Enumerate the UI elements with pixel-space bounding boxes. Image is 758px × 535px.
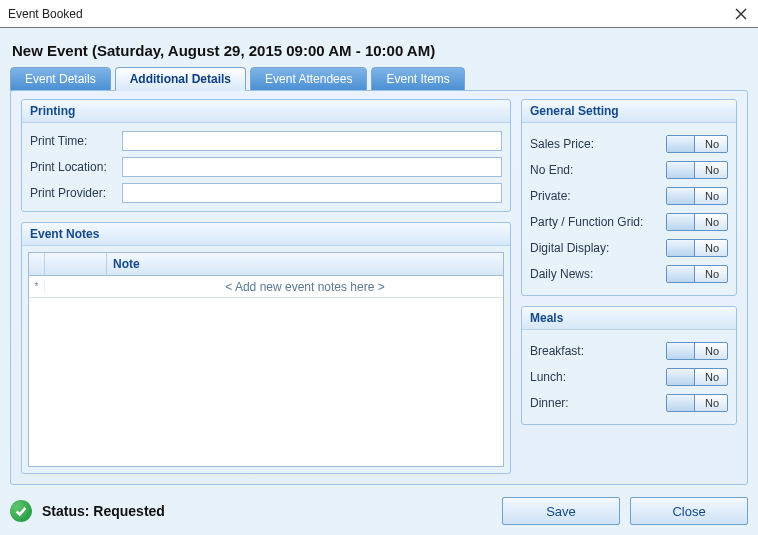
tab-panel-additional-details: Printing Print Time: Print Location: Pri… [10, 90, 748, 485]
label-party-grid: Party / Function Grid: [530, 215, 666, 229]
group-header-event-notes: Event Notes [22, 223, 510, 246]
group-header-general: General Setting [522, 100, 736, 123]
group-header-printing: Printing [22, 100, 510, 123]
status-text: Status: Requested [42, 503, 165, 519]
tab-additional-details[interactable]: Additional Details [115, 67, 246, 91]
toggle-breakfast[interactable]: No [666, 342, 728, 360]
input-print-time[interactable] [122, 131, 502, 151]
input-print-provider[interactable] [122, 183, 502, 203]
notes-new-row-indicator: * [29, 281, 45, 292]
label-private: Private: [530, 189, 666, 203]
toggle-no-end[interactable]: No [666, 161, 728, 179]
group-event-notes: Event Notes Note * < Add new eve [21, 222, 511, 474]
page-title: New Event (Saturday, August 29, 2015 09:… [12, 42, 746, 59]
label-print-time: Print Time: [30, 134, 116, 148]
toggle-lunch[interactable]: No [666, 368, 728, 386]
checkmark-icon [10, 500, 32, 522]
label-digital-display: Digital Display: [530, 241, 666, 255]
save-button[interactable]: Save [502, 497, 620, 525]
label-lunch: Lunch: [530, 370, 666, 384]
label-daily-news: Daily News: [530, 267, 666, 281]
close-button[interactable]: Close [630, 497, 748, 525]
group-meals: Meals Breakfast: No Lunch: No Dinner: No [521, 306, 737, 425]
toggle-sales-price[interactable]: No [666, 135, 728, 153]
title-bar: Event Booked [0, 0, 758, 28]
input-print-location[interactable] [122, 157, 502, 177]
toggle-party-grid[interactable]: No [666, 213, 728, 231]
label-dinner: Dinner: [530, 396, 666, 410]
label-breakfast: Breakfast: [530, 344, 666, 358]
group-printing: Printing Print Time: Print Location: Pri… [21, 99, 511, 212]
notes-grid-header: Note [29, 253, 503, 276]
tab-event-attendees[interactable]: Event Attendees [250, 67, 367, 91]
label-no-end: No End: [530, 163, 666, 177]
close-icon[interactable] [732, 5, 750, 23]
group-general-setting: General Setting Sales Price: No No End: … [521, 99, 737, 296]
label-sales-price: Sales Price: [530, 137, 666, 151]
toggle-private[interactable]: No [666, 187, 728, 205]
tab-event-details[interactable]: Event Details [10, 67, 111, 91]
tab-bar: Event Details Additional Details Event A… [10, 67, 748, 91]
toggle-dinner[interactable]: No [666, 394, 728, 412]
label-print-provider: Print Provider: [30, 186, 116, 200]
notes-column-note: Note [107, 253, 503, 275]
notes-grid[interactable]: Note * < Add new event notes here > [28, 252, 504, 467]
tab-event-items[interactable]: Event Items [371, 67, 464, 91]
notes-new-row[interactable]: * < Add new event notes here > [29, 276, 503, 298]
toggle-daily-news[interactable]: No [666, 265, 728, 283]
window-title: Event Booked [8, 7, 83, 21]
group-header-meals: Meals [522, 307, 736, 330]
toggle-digital-display[interactable]: No [666, 239, 728, 257]
label-print-location: Print Location: [30, 160, 116, 174]
notes-new-row-placeholder: < Add new event notes here > [107, 280, 503, 294]
